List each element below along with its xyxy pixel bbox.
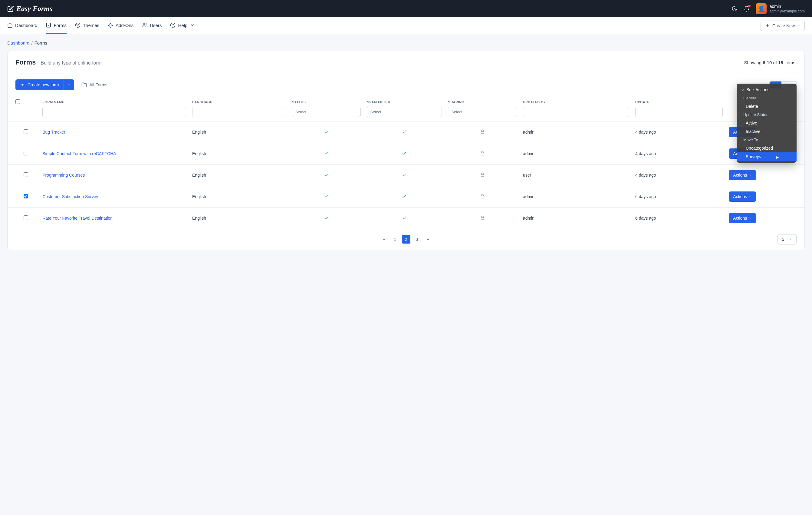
row-sharing — [445, 164, 520, 186]
plus-icon — [20, 83, 25, 87]
row-language: English — [189, 121, 289, 143]
folder-filter[interactable]: All Forms — [81, 82, 113, 87]
col-updated[interactable]: UPDATE — [632, 96, 726, 107]
row-checkbox[interactable] — [24, 194, 28, 198]
breadcrumb-dashboard[interactable]: Dashboard — [7, 40, 29, 46]
form-name-link[interactable]: Bug Tracker — [42, 130, 65, 135]
row-status — [289, 143, 364, 164]
user-menu[interactable]: 👤 admin admin@example.com — [756, 3, 805, 14]
form-name-link[interactable]: Customer Satisfaction Survey — [42, 194, 98, 199]
form-name-link[interactable]: Programming Courses — [42, 173, 85, 178]
row-checkbox[interactable] — [24, 129, 28, 134]
nav-dashboard[interactable]: Dashboard — [7, 18, 37, 34]
lock-icon — [480, 129, 485, 134]
row-sharing — [445, 208, 520, 229]
home-icon — [7, 22, 13, 28]
nav-users[interactable]: Users — [142, 18, 162, 34]
breadcrumb-sep: / — [31, 40, 32, 46]
dark-mode-toggle[interactable] — [731, 6, 737, 12]
filter-row: Select... Select... Select... — [7, 107, 805, 121]
user-email: admin@example.com — [770, 9, 805, 14]
check-icon — [741, 88, 745, 91]
col-updated-by[interactable]: UPDATED BY — [520, 96, 632, 107]
nav-forms[interactable]: Forms — [46, 18, 66, 34]
form-name-link[interactable]: Simple Contact Form with reCAPTCHA — [42, 151, 116, 156]
bulk-delete[interactable]: Delete — [737, 102, 796, 111]
forms-panel: Forms Build any type of online form Show… — [7, 51, 805, 250]
page-next[interactable]: » — [424, 235, 432, 244]
user-text: admin admin@example.com — [770, 4, 805, 14]
col-spam[interactable]: SPAM FILTER — [364, 96, 445, 107]
svg-rect-15 — [481, 196, 484, 198]
bulk-active[interactable]: Active — [737, 119, 796, 127]
svg-point-4 — [78, 26, 78, 26]
col-sharing[interactable]: SHARING — [445, 96, 520, 107]
row-status — [289, 121, 364, 143]
page-3[interactable]: 3 — [413, 235, 421, 244]
logo-icon — [7, 5, 14, 12]
filter-spam[interactable]: Select... — [367, 107, 442, 117]
nav-addons[interactable]: Add-Ons — [108, 18, 134, 34]
chevron-down-icon — [749, 173, 752, 177]
create-form-button[interactable]: Create new form — [16, 79, 63, 90]
nav-items: Dashboard Forms Themes Add-Ons Users Hel… — [7, 18, 195, 34]
row-language: English — [189, 143, 289, 164]
lock-icon — [480, 172, 485, 177]
row-language: English — [189, 186, 289, 208]
filter-status[interactable]: Select... — [292, 107, 361, 117]
bulk-group-general: General — [737, 94, 796, 102]
select-all-checkbox[interactable] — [16, 99, 20, 104]
svg-point-3 — [78, 25, 79, 25]
form-name-link[interactable]: Rate Your Favorite Travel Destination — [42, 216, 113, 220]
page-size-select[interactable]: 5 — [777, 234, 796, 244]
moon-icon — [731, 6, 737, 12]
content: Dashboard / Forms Forms Build any type o… — [0, 34, 812, 262]
svg-rect-12 — [481, 132, 484, 134]
form-icon — [46, 22, 51, 28]
app-logo[interactable]: Easy Forms — [7, 4, 52, 13]
create-form-dropdown[interactable] — [63, 79, 74, 90]
filter-sharing[interactable]: Select... — [448, 107, 517, 117]
col-form-name[interactable]: FORM NAME — [39, 96, 189, 107]
page-1[interactable]: 1 — [391, 235, 400, 244]
create-new-button[interactable]: Create New — [760, 21, 805, 31]
cursor-icon: ➤ — [775, 155, 779, 160]
row-actions-button[interactable]: Actions — [729, 213, 756, 223]
row-spam — [364, 143, 445, 164]
nav-help[interactable]: Help — [170, 18, 195, 34]
bulk-inactive[interactable]: Inactive — [737, 127, 796, 136]
col-language[interactable]: LANGUAGE — [189, 96, 289, 107]
row-actions-button[interactable]: Actions — [729, 191, 756, 202]
user-name: admin — [770, 4, 805, 9]
page-prev[interactable]: « — [380, 235, 388, 244]
toolbar-right: ON Filter Bulk Actions General Delete Up… — [769, 81, 796, 89]
bulk-uncategorized[interactable]: Uncategorized — [737, 144, 796, 153]
page-2[interactable]: 2 — [402, 235, 410, 244]
app-name: Easy Forms — [16, 4, 52, 13]
svg-point-1 — [75, 23, 80, 28]
filter-form-name[interactable] — [42, 107, 186, 117]
svg-rect-16 — [481, 218, 484, 220]
row-checkbox[interactable] — [24, 172, 28, 177]
check-icon — [402, 172, 407, 177]
bulk-surveys[interactable]: Surveys — [737, 153, 796, 161]
chevron-down-icon — [797, 24, 800, 27]
help-icon — [170, 22, 176, 28]
bulk-header[interactable]: Bulk Actions — [737, 85, 796, 94]
notifications-button[interactable] — [744, 6, 750, 12]
row-checkbox[interactable] — [24, 151, 28, 155]
nav-themes[interactable]: Themes — [75, 18, 99, 34]
filter-updated[interactable] — [635, 107, 723, 117]
row-sharing — [445, 186, 520, 208]
row-updated-by: admin — [520, 186, 632, 208]
row-actions-button[interactable]: Actions — [729, 170, 756, 180]
bulk-actions-dropdown[interactable]: Bulk Actions General Delete Update Statu… — [737, 84, 796, 163]
row-checkbox[interactable] — [24, 215, 28, 220]
plus-icon — [765, 23, 770, 28]
chevron-down-icon — [511, 111, 514, 114]
svg-rect-14 — [481, 174, 484, 177]
filter-language[interactable] — [192, 107, 286, 117]
col-status[interactable]: STATUS — [289, 96, 364, 107]
filter-updated-by[interactable] — [523, 107, 629, 117]
row-updated: 4 days ago — [632, 121, 726, 143]
